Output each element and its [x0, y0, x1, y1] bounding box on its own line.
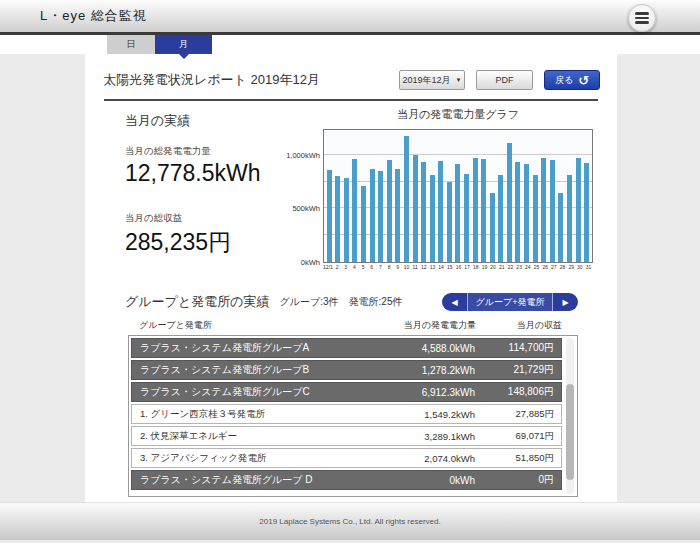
active-tab-caret	[179, 54, 189, 59]
chart-bar-slot	[419, 130, 428, 262]
row-name: ラプラス・システム発電所グループ D	[132, 473, 325, 487]
chart-xlabels: 12/1234567891011121314151617181920212223…	[323, 264, 593, 270]
chart-bar	[421, 162, 426, 262]
row-name: ラプラス・システム発電所グループC	[132, 385, 325, 399]
chart-xtick-label: 4	[350, 264, 359, 270]
chart-xtick-label: 21	[497, 264, 506, 270]
chart-bar-slot	[436, 130, 445, 262]
chart-bar	[370, 169, 375, 262]
hamburger-icon	[635, 12, 649, 15]
plant-row[interactable]: 1. グリーン西京桂３号発電所1,549.2kWh27,885円	[131, 404, 562, 424]
chart-ytick-label: 0kWh	[301, 258, 320, 267]
chart-bar-slot	[368, 130, 377, 262]
chart-bar	[550, 160, 555, 262]
chart-bar	[352, 159, 357, 262]
chart-xtick-label: 16	[454, 264, 463, 270]
row-revenue: 0円	[475, 473, 561, 487]
chart-bar	[584, 163, 589, 262]
chart-bar-slot	[428, 130, 437, 262]
chart-bar	[481, 159, 486, 262]
chart-bar-slot	[385, 130, 394, 262]
table-header-row: グループと発電所 当月の発電電力量 当月の収益	[128, 319, 578, 332]
monthly-summary: 当月の実績 当月の総発電電力量 12,778.5kWh 当月の総収益 285,2…	[125, 101, 291, 281]
chart-bar	[335, 176, 340, 262]
group-row[interactable]: ラプラス・システム発電所グループC6,912.3kWh148,806円	[131, 382, 562, 402]
total-revenue-value: 285,235円	[125, 227, 291, 258]
chart-xtick-label: 12	[419, 264, 428, 270]
page-title: 太陽光発電状況レポート 2019年12月	[103, 71, 320, 89]
chart-xtick-label: 25	[532, 264, 541, 270]
chart-bar	[541, 158, 546, 262]
groups-section-header: グループと発電所の実績 グループ:3件 発電所:25件 ◀ グループ+発電所 ▶	[125, 293, 578, 311]
chart-bar-slot	[411, 130, 420, 262]
table-scrollbar-track[interactable]	[566, 338, 574, 494]
chart-bar-slot	[445, 130, 454, 262]
tab-day[interactable]: 日	[107, 35, 155, 54]
chart-bar-slot	[471, 130, 480, 262]
chart-bar-slot	[505, 130, 514, 262]
chart-bar-slot	[479, 130, 488, 262]
chart-bar-slot	[342, 130, 351, 262]
arrow-right-icon: ▶	[562, 298, 568, 307]
chart-bar-slot	[514, 130, 523, 262]
hamburger-icon	[635, 21, 649, 24]
selector-prev-button[interactable]: ◀	[442, 293, 467, 311]
chart-bar-slot	[488, 130, 497, 262]
groups-heading: グループと発電所の実績	[125, 293, 270, 311]
row-revenue: 21,729円	[475, 363, 561, 377]
chart-bar-slot	[531, 130, 540, 262]
chart-bar	[464, 174, 469, 262]
tab-month[interactable]: 月	[155, 35, 212, 54]
group-row[interactable]: ラプラス・システム発電所グループ D0kWh0円	[131, 470, 562, 490]
row-energy: 0kWh	[325, 475, 475, 486]
chart-bar	[413, 155, 418, 262]
chart-xtick-label: 29	[567, 264, 576, 270]
undo-arrow-icon: ↺	[578, 74, 589, 87]
chart-bar-slot	[376, 130, 385, 262]
summary-heading: 当月の実績	[125, 112, 291, 130]
plant-row[interactable]: 2. 伏見深草エネルギー3,289.1kWh69,071円	[131, 426, 562, 446]
row-name: 3. アジアパシフィック発電所	[132, 452, 325, 465]
selector-next-button[interactable]: ▶	[553, 293, 578, 311]
row-energy: 1,549.2kWh	[325, 409, 475, 420]
chart-bar	[447, 182, 452, 262]
tab-month-label: 月	[179, 38, 188, 51]
chart-bar-slot	[325, 130, 334, 262]
chart-bar	[430, 175, 435, 262]
group-row[interactable]: ラプラス・システム発電所グループA4,588.0kWh114,700円	[131, 338, 562, 358]
chart-bar	[327, 170, 332, 262]
table-rows: ラプラス・システム発電所グループA4,588.0kWh114,700円ラプラス・…	[131, 338, 562, 490]
chart-xtick-label: 11	[411, 264, 420, 270]
content-background: 太陽光発電状況レポート 2019年12月 2019年12月 ▼ PDF 戻る ↺…	[0, 54, 700, 502]
col-header-revenue: 当月の収益	[476, 319, 562, 332]
chart-xtick-label: 15	[445, 264, 454, 270]
chart-bar-slot	[394, 130, 403, 262]
chart-bar-slot	[454, 130, 463, 262]
menu-button[interactable]	[628, 4, 656, 32]
group-row[interactable]: ラプラス・システム発電所グループB1,278.2kWh21,729円	[131, 360, 562, 380]
app-title: L・eye 総合監視	[40, 7, 147, 25]
chart-xtick-label: 22	[506, 264, 515, 270]
chart-block: 当月の発電電力量グラフ 1,000kWh500kWh0kWh 12/123456…	[291, 101, 617, 281]
back-button[interactable]: 戻る ↺	[544, 70, 600, 90]
row-name: ラプラス・システム発電所グループB	[132, 363, 325, 377]
chart-bar	[361, 186, 366, 262]
hamburger-icon	[635, 17, 649, 20]
row-name: ラプラス・システム発電所グループA	[132, 341, 325, 355]
plant-row[interactable]: 3. アジアパシフィック発電所2,074.0kWh51,850円	[131, 448, 562, 468]
month-select[interactable]: 2019年12月 ▼	[399, 70, 465, 90]
chart-bar	[438, 161, 443, 262]
total-energy-value: 12,778.5kWh	[125, 160, 291, 187]
pdf-button[interactable]: PDF	[476, 70, 533, 90]
chart-bar-slot	[334, 130, 343, 262]
chart-xtick-label: 3	[341, 264, 350, 270]
row-energy: 4,588.0kWh	[325, 343, 475, 354]
chart-xtick-label: 8	[385, 264, 394, 270]
plant-count: 発電所:25件	[349, 295, 403, 309]
chart-xtick-label: 5	[359, 264, 368, 270]
month-select-value: 2019年12月	[403, 74, 451, 87]
table-scrollbar-thumb[interactable]	[566, 384, 574, 480]
chart-xtick-label: 26	[541, 264, 550, 270]
chart-title: 当月の発電電力量グラフ	[323, 107, 593, 122]
chart-bar-slot	[548, 130, 557, 262]
